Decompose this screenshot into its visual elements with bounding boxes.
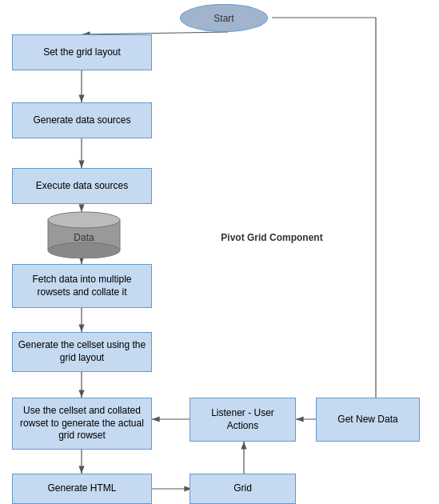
fetch-data-box: Fetch data into multiple rowsets and col… — [12, 264, 152, 308]
listener-label: Listener - User Actions — [195, 407, 290, 432]
use-cellset-label: Use the cellset and collated rowset to g… — [18, 405, 146, 442]
data-cylinder: Data — [44, 210, 124, 258]
cylinder-svg: Data — [44, 210, 124, 258]
set-grid-label: Set the grid layout — [43, 46, 121, 59]
start-label: Start — [214, 13, 233, 24]
fetch-data-label: Fetch data into multiple rowsets and col… — [18, 274, 146, 298]
pivot-grid-label: Pivot Grid Component — [192, 232, 352, 243]
pivot-grid-text: Pivot Grid Component — [221, 232, 322, 243]
gen-html-label: Generate HTML — [47, 482, 116, 495]
get-new-data-label: Get New Data — [337, 414, 397, 426]
start-ellipse: Start — [180, 4, 268, 32]
set-grid-box: Set the grid layout — [12, 34, 152, 70]
grid-label: Grid — [233, 482, 252, 495]
gen-html-box: Generate HTML — [12, 474, 152, 504]
svg-text:Data: Data — [74, 232, 94, 243]
gen-sources-box: Generate data sources — [12, 102, 152, 138]
exec-sources-label: Execute data sources — [36, 180, 128, 193]
get-new-data-box: Get New Data — [316, 398, 420, 442]
grid-box: Grid — [190, 474, 296, 504]
flowchart-diagram: Start Set the grid layout Generate data … — [0, 0, 439, 504]
svg-point-16 — [48, 242, 120, 258]
listener-box: Listener - User Actions — [190, 398, 296, 442]
gen-cellset-label: Generate the cellset using the grid layo… — [18, 339, 146, 364]
svg-point-17 — [48, 212, 120, 228]
gen-sources-label: Generate data sources — [33, 114, 130, 127]
exec-sources-box: Execute data sources — [12, 168, 152, 204]
use-cellset-box: Use the cellset and collated rowset to g… — [12, 398, 152, 450]
gen-cellset-box: Generate the cellset using the grid layo… — [12, 332, 152, 372]
